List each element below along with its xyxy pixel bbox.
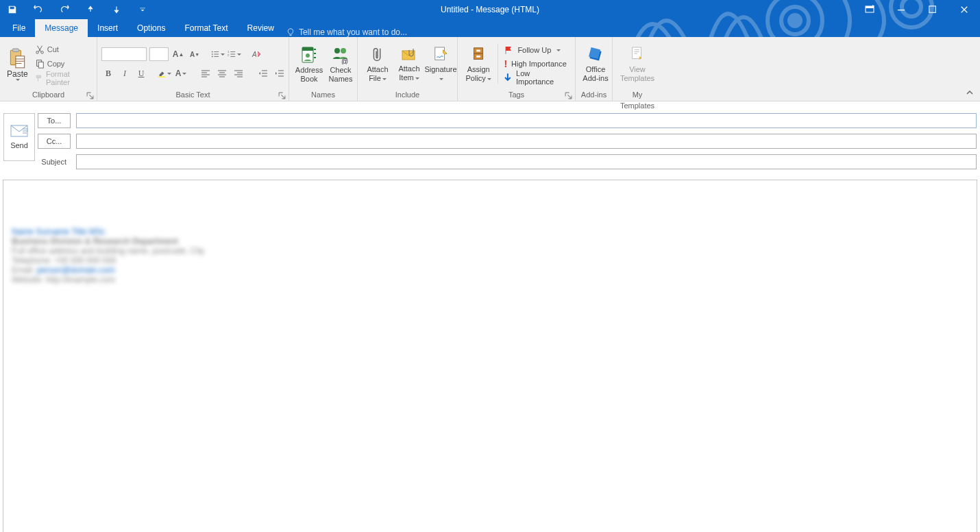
svg-rect-33	[476, 50, 480, 52]
group-label-addins: Add-ins	[580, 89, 608, 101]
font-size-selector[interactable]	[149, 47, 169, 61]
group-label-clipboard: Clipboard	[4, 89, 93, 101]
previous-item-icon[interactable]	[84, 3, 97, 16]
subject-label: Subject	[38, 154, 71, 169]
svg-rect-8	[929, 6, 935, 12]
font-color-icon[interactable]: A	[174, 66, 188, 80]
minimize-icon[interactable]	[885, 0, 917, 19]
group-tags: Assign Policy Follow Up ! High Importanc…	[458, 37, 576, 101]
increase-indent-icon[interactable]	[273, 66, 286, 80]
send-button[interactable]: Send	[3, 113, 35, 161]
paste-dropdown-icon	[16, 79, 20, 81]
svg-rect-34	[476, 56, 480, 58]
tab-file[interactable]: File	[3, 19, 35, 37]
group-include: Attach File Attach Item Signature Includ…	[358, 37, 458, 101]
message-body[interactable]: Name Surname Title MSc Business Division…	[3, 180, 977, 532]
clipboard-launcher-icon[interactable]	[86, 92, 94, 99]
group-label-tags: Tags	[462, 89, 571, 101]
align-left-icon[interactable]	[199, 66, 212, 80]
customize-qat-icon[interactable]	[136, 3, 149, 16]
maximize-icon[interactable]	[917, 0, 948, 19]
high-importance-button[interactable]: ! High Importance	[501, 57, 571, 71]
tell-me-search[interactable]: Tell me what you want to do...	[286, 27, 407, 37]
ribbon-tabs: File Message Insert Options Format Text …	[0, 19, 980, 37]
shrink-font-icon[interactable]: A▼	[188, 47, 201, 61]
svg-point-17	[212, 53, 213, 55]
quick-access-toolbar	[0, 0, 149, 19]
tab-format-text[interactable]: Format Text	[175, 19, 237, 37]
view-templates-button[interactable]: View Templates	[617, 45, 658, 83]
numbering-icon[interactable]: 12	[228, 47, 241, 61]
to-field[interactable]	[76, 113, 977, 128]
underline-icon[interactable]: U	[134, 66, 148, 80]
attach-item-button[interactable]: Attach Item	[393, 45, 425, 82]
group-addins: Office Add-ins Add-ins	[576, 37, 613, 101]
assign-policy-button[interactable]: Assign Policy	[462, 45, 495, 83]
svg-rect-11	[16, 56, 25, 67]
svg-rect-10	[13, 49, 19, 51]
group-label-templates: My Templates	[617, 89, 658, 101]
svg-rect-24	[302, 47, 313, 51]
svg-point-13	[40, 51, 43, 54]
follow-up-button[interactable]: Follow Up	[501, 43, 571, 57]
svg-rect-7	[898, 10, 905, 10]
svg-rect-15	[38, 62, 43, 68]
low-importance-button[interactable]: Low Importance	[501, 71, 571, 84]
copy-button[interactable]: Copy	[32, 57, 93, 71]
align-center-icon[interactable]	[215, 66, 229, 80]
title-bar: Untitled - Message (HTML)	[0, 0, 980, 19]
tab-review[interactable]: Review	[238, 19, 284, 37]
tab-message[interactable]: Message	[35, 19, 88, 37]
cc-button[interactable]: Cc...	[38, 134, 71, 149]
group-templates: View Templates My Templates	[613, 37, 662, 101]
clear-formatting-icon[interactable]: A	[249, 47, 263, 61]
attach-file-button[interactable]: Attach File	[362, 45, 393, 83]
cc-field[interactable]	[76, 134, 977, 149]
save-icon[interactable]	[5, 3, 19, 16]
svg-rect-22	[158, 76, 165, 77]
group-label-names: Names	[293, 89, 353, 101]
group-names: Address Book @ Check Names Names	[289, 37, 358, 101]
tab-insert[interactable]: Insert	[88, 19, 127, 37]
signature-block: Name Surname Title MSc Business Division…	[12, 227, 968, 285]
close-icon[interactable]	[948, 0, 980, 19]
check-names-button[interactable]: @ Check Names	[325, 44, 356, 84]
ribbon: Paste Cut Copy Format Painter Clipboard	[0, 37, 980, 101]
tags-launcher-icon[interactable]	[565, 92, 572, 99]
subject-field[interactable]	[76, 154, 977, 169]
svg-point-27	[341, 48, 346, 53]
undo-icon[interactable]	[32, 3, 45, 16]
font-family-selector[interactable]	[101, 47, 147, 61]
svg-point-18	[212, 56, 213, 58]
address-book-button[interactable]: Address Book	[293, 44, 325, 84]
basictext-launcher-icon[interactable]	[278, 92, 286, 99]
svg-text:A: A	[252, 51, 257, 58]
group-label-include: Include	[362, 89, 453, 101]
to-button[interactable]: To...	[38, 113, 71, 128]
collapse-ribbon-icon[interactable]	[965, 88, 976, 99]
window-controls	[854, 0, 980, 19]
align-right-icon[interactable]	[232, 66, 245, 80]
svg-text:@: @	[341, 58, 348, 64]
paste-button[interactable]: Paste	[4, 47, 31, 81]
next-item-icon[interactable]	[110, 3, 123, 16]
signature-button[interactable]: Signature	[425, 45, 456, 83]
highlight-icon[interactable]	[158, 66, 171, 80]
svg-text:2: 2	[228, 53, 230, 57]
svg-rect-30	[435, 47, 445, 60]
bullets-icon[interactable]	[211, 47, 225, 61]
grow-font-icon[interactable]: A▲	[171, 47, 185, 61]
format-painter-button[interactable]: Format Painter	[32, 71, 93, 85]
tab-options[interactable]: Options	[127, 19, 175, 37]
ribbon-display-options-icon[interactable]	[854, 0, 885, 19]
office-addins-button[interactable]: Office Add-ins	[580, 45, 611, 83]
group-clipboard: Paste Cut Copy Format Painter Clipboard	[0, 37, 97, 101]
italic-icon[interactable]: I	[118, 66, 132, 80]
redo-icon[interactable]	[58, 3, 71, 16]
bold-icon[interactable]: B	[101, 66, 115, 80]
decrease-indent-icon[interactable]	[256, 66, 270, 80]
cut-button[interactable]: Cut	[32, 43, 93, 56]
compose-header: Send To... Cc... Subject	[0, 101, 980, 176]
svg-point-25	[306, 53, 310, 58]
group-basic-text: A▲ A▼ 12 A B I U A	[97, 37, 289, 101]
